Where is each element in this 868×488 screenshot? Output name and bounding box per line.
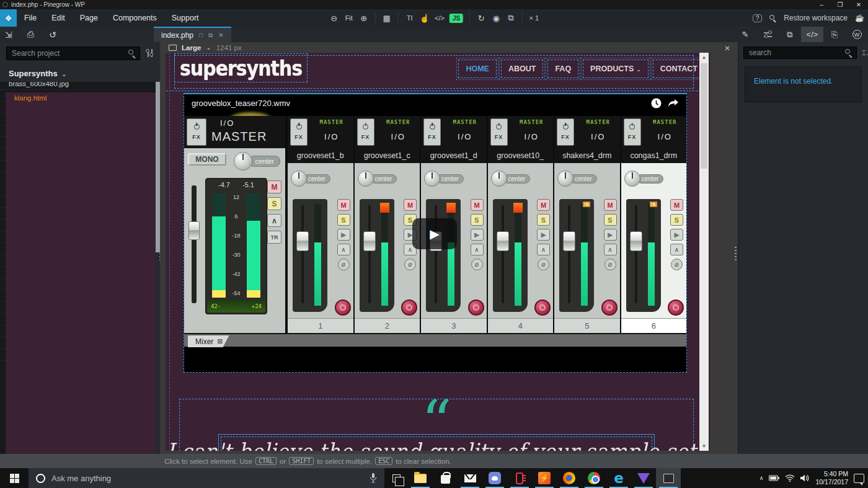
project-name-header[interactable]: Supersynths⌄ [0, 63, 160, 82]
js-toggle-button[interactable]: JS [447, 11, 466, 25]
taskbar-file-explorer-icon[interactable] [408, 468, 433, 488]
taskbar-phone-app-icon[interactable] [507, 468, 532, 488]
video-player[interactable]: grooveblox_teaser720.wmv [184, 93, 687, 373]
zoom-in-icon[interactable]: ⊕ [356, 11, 371, 25]
channel-name: shakers4_drm [554, 148, 620, 163]
taskbar-chrome-icon[interactable] [582, 468, 606, 488]
nav-item[interactable]: FAQ⌄ [547, 60, 578, 78]
viewport-close-icon[interactable]: ✕ [724, 44, 730, 53]
close-button[interactable]: ✕ [849, 1, 868, 8]
phase-button: ⌀ [338, 259, 350, 270]
pin-rules-icon[interactable]: ⌶… [862, 49, 868, 57]
rendered-page[interactable]: supersynths HOME⌄ ABOUT⌄ FAQ⌄ PRODUCTS⌄ … [166, 53, 710, 451]
code-view-icon[interactable]: </> [432, 11, 447, 25]
taskbar-pinegrow-icon[interactable] [656, 468, 681, 488]
scale-mark: -18 [232, 233, 240, 239]
tab-index-php[interactable]: index.php □ ⧉ ✕ [154, 27, 231, 42]
speaker-icon[interactable] [800, 474, 810, 482]
restore-workspace-button[interactable]: Restore workspace [784, 14, 848, 22]
share-icon[interactable] [668, 99, 679, 108]
notification-center-icon[interactable] [854, 474, 864, 483]
tab-duplicate-icon[interactable]: ⧉ [208, 32, 213, 39]
file-item[interactable]: klang.html [6, 92, 160, 454]
start-button[interactable] [0, 468, 29, 488]
task-view-icon[interactable] [384, 468, 408, 488]
viewport-size-label[interactable]: Large [182, 44, 201, 51]
file-list-scrollbar[interactable] [156, 82, 160, 454]
undo-icon[interactable]: ↺ [49, 30, 56, 40]
automation-button: ∧ [337, 244, 350, 255]
signal-badge: !S [583, 202, 590, 207]
grid-view-icon[interactable]: ▦ [379, 11, 394, 25]
refresh-icon[interactable]: ↻ [474, 11, 489, 25]
scroll-down-icon[interactable]: ▼ [699, 441, 709, 451]
zoom-fit-button[interactable]: Fit [342, 11, 356, 25]
save-icon[interactable]: ⎙ [27, 29, 34, 40]
panel-resize-handle[interactable] [735, 247, 737, 260]
code-panel-icon[interactable]: </> [801, 27, 823, 42]
chevron-down-icon[interactable]: ⌄ [206, 44, 211, 51]
tree-panel-icon[interactable]: ⧉ [779, 27, 801, 42]
taskbar-firefox-icon[interactable] [557, 468, 582, 488]
play-button-small: ▶ [337, 229, 350, 241]
taskbar-media-app-icon[interactable]: ⚡ [532, 468, 557, 488]
new-window-icon[interactable]: ⧉ [503, 11, 518, 25]
tab-detach-icon[interactable]: □ [199, 32, 203, 38]
hand-tool-icon[interactable]: ☝ [417, 11, 432, 25]
file-list[interactable]: about.html brass_600x480.jpg cancel.html… [0, 82, 160, 454]
taskbar-mail-icon[interactable] [458, 468, 482, 488]
style-brush-icon[interactable]: ✎ [734, 27, 756, 42]
menu-item[interactable]: Components [105, 9, 164, 27]
minimize-button[interactable]: – [812, 1, 831, 8]
pinegrow-logo-icon[interactable]: ❖ [0, 9, 17, 27]
project-search[interactable] [6, 47, 140, 60]
microphone-icon[interactable] [370, 473, 377, 483]
status-bar: Click to select element. Use CTRL or SHI… [0, 454, 868, 468]
text-edit-tool[interactable]: TI [402, 11, 417, 25]
cortana-search-input[interactable] [51, 474, 363, 483]
menu-item[interactable]: Page [73, 9, 105, 27]
properties-sliders-icon[interactable] [756, 27, 779, 42]
file-item[interactable]: brass_600x480.jpg [0, 82, 160, 90]
taskbar-visual-studio-icon[interactable] [631, 468, 656, 488]
taskbar-discord-icon[interactable] [482, 468, 507, 488]
battery-icon[interactable] [769, 475, 779, 481]
clock[interactable]: 5:40 PM 10/17/2017 [815, 470, 848, 486]
zoom-search-icon[interactable] [769, 15, 776, 22]
site-logo[interactable]: supersynths [174, 53, 308, 82]
export-icon[interactable]: ⎘ [823, 27, 846, 42]
testimonial-text-box[interactable]: I can't believe the sound quality of you… [218, 434, 655, 451]
restore-button[interactable]: ❐ [831, 1, 849, 8]
menu-item[interactable]: File [17, 9, 44, 27]
project-search-input[interactable] [12, 49, 128, 58]
tray-chevron-icon[interactable]: ∧ [760, 475, 764, 481]
video-play-button[interactable]: ▶ [412, 218, 457, 249]
wordpress-icon[interactable]: W [846, 27, 868, 42]
taskbar-edge-icon[interactable]: e [606, 468, 631, 488]
cortana-search[interactable] [29, 468, 384, 488]
inspector-search-input[interactable] [749, 48, 845, 57]
scroll-up-icon[interactable]: ▲ [699, 53, 709, 62]
watch-later-icon[interactable] [651, 98, 662, 109]
scrollbar-thumb[interactable] [701, 63, 707, 169]
tab-close-icon[interactable]: ✕ [218, 32, 223, 38]
zoom-factor-label[interactable]: × 1 [526, 11, 541, 25]
nav-item[interactable]: CONTACT⌄ [653, 60, 705, 78]
open-project-icon[interactable]: ⇲ [5, 30, 12, 40]
menu-item[interactable]: Edit [44, 9, 73, 27]
nav-item[interactable]: ABOUT⌄ [501, 60, 543, 78]
screen-size-icon[interactable] [169, 45, 177, 51]
wifi-icon[interactable] [785, 474, 795, 482]
taskbar-store-icon[interactable] [433, 468, 458, 488]
page-scrollbar[interactable]: ▲ ▼ [699, 53, 709, 451]
inspector-search[interactable] [743, 47, 857, 59]
preview-icon[interactable]: ◉ [489, 11, 503, 25]
nav-item[interactable]: PRODUCTS⌄ [583, 60, 649, 78]
coffee-icon[interactable]: ☕ [855, 14, 864, 22]
zoom-out-icon[interactable]: ⊖ [327, 11, 342, 25]
testimonial-section[interactable]: “ I can't believe the sound quality of y… [179, 399, 694, 451]
menu-item[interactable]: Support [164, 9, 206, 27]
help-icon[interactable]: ? [753, 14, 763, 22]
nav-item[interactable]: HOME⌄ [458, 60, 497, 78]
filter-icon[interactable] [145, 48, 155, 58]
